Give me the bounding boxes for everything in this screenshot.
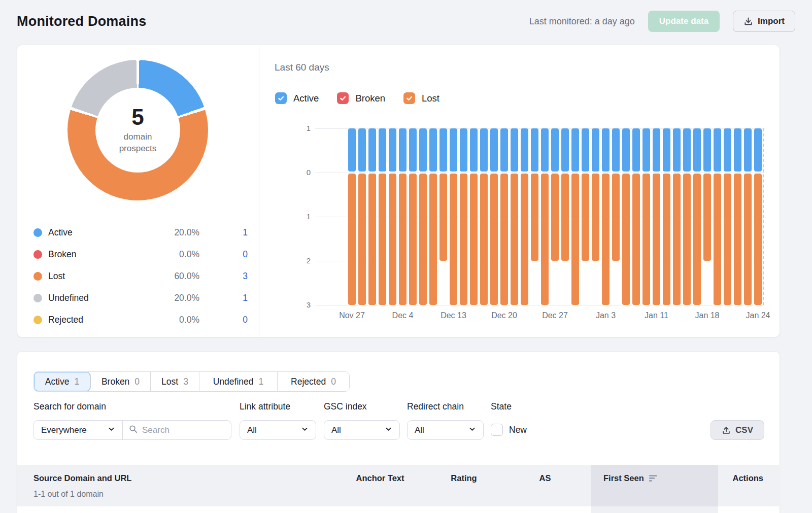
bar-day[interactable] bbox=[348, 128, 356, 305]
active-count-link[interactable]: 1 bbox=[199, 227, 248, 238]
bar-day[interactable] bbox=[500, 128, 508, 305]
bar-lost-segment bbox=[571, 174, 579, 305]
bar-lost-segment bbox=[439, 174, 447, 261]
trend-legend-lost[interactable]: Lost bbox=[403, 92, 439, 104]
bar-day[interactable] bbox=[754, 128, 762, 305]
bar-active-segment bbox=[358, 128, 366, 172]
bar-active-segment bbox=[439, 128, 447, 172]
x-tick-label: Jan 24 bbox=[746, 311, 770, 320]
bar-active-segment bbox=[379, 128, 386, 172]
bar-day[interactable] bbox=[399, 128, 407, 305]
donut-center: 5 domain prospects bbox=[67, 60, 208, 200]
tab-lost[interactable]: Lost3 bbox=[151, 372, 199, 391]
bar-day[interactable] bbox=[582, 128, 589, 305]
bar-active-segment bbox=[399, 128, 407, 172]
tab-rejected[interactable]: Rejected0 bbox=[278, 372, 349, 391]
bar-lost-segment bbox=[561, 174, 569, 261]
bar-active-segment bbox=[632, 128, 640, 172]
export-csv-button[interactable]: CSV bbox=[710, 420, 764, 440]
undefined-count-link[interactable]: 1 bbox=[199, 293, 248, 303]
bar-active-segment bbox=[703, 128, 711, 172]
donut-total-value: 5 bbox=[131, 106, 144, 129]
bar-day[interactable] bbox=[724, 128, 731, 305]
search-input[interactable] bbox=[142, 425, 218, 435]
last-monitored-text: Last monitored: a day ago bbox=[529, 16, 635, 27]
col-anchor-text: Anchor Text bbox=[356, 473, 404, 483]
bar-day[interactable] bbox=[561, 128, 569, 305]
bar-day[interactable] bbox=[551, 128, 559, 305]
bar-day[interactable] bbox=[571, 128, 579, 305]
bar-day[interactable] bbox=[642, 128, 650, 305]
bar-day[interactable] bbox=[703, 128, 711, 305]
bar-active-segment bbox=[551, 128, 559, 172]
bar-lost-segment bbox=[622, 174, 630, 305]
gsc-index-select[interactable]: All bbox=[324, 420, 400, 440]
bar-day[interactable] bbox=[592, 128, 599, 305]
broken-checkbox-icon[interactable] bbox=[337, 92, 349, 104]
bar-active-segment bbox=[450, 128, 457, 172]
bar-day[interactable] bbox=[511, 128, 518, 305]
bar-day[interactable] bbox=[673, 128, 681, 305]
x-tick-label: Dec 20 bbox=[491, 311, 517, 320]
trend-legend-active[interactable]: Active bbox=[275, 92, 319, 104]
bar-day[interactable] bbox=[470, 128, 478, 305]
tab-undefined[interactable]: Undefined1 bbox=[199, 372, 278, 391]
bar-day[interactable] bbox=[541, 128, 549, 305]
legend-row-rejected: Rejected 0.0% 0 bbox=[33, 309, 248, 331]
tab-broken[interactable]: Broken0 bbox=[91, 372, 151, 391]
bar-day[interactable] bbox=[744, 128, 752, 305]
checkbox-unchecked-icon[interactable] bbox=[491, 424, 503, 436]
trend-legend-broken[interactable]: Broken bbox=[337, 92, 385, 104]
bar-day[interactable] bbox=[490, 128, 498, 305]
tab-active[interactable]: Active1 bbox=[34, 372, 91, 391]
chevron-down-icon bbox=[385, 425, 392, 435]
y-tick-label: 1 bbox=[291, 212, 311, 221]
bar-day[interactable] bbox=[379, 128, 386, 305]
bar-day[interactable] bbox=[368, 128, 376, 305]
lost-checkbox-icon[interactable] bbox=[403, 92, 415, 104]
bar-day[interactable] bbox=[480, 128, 488, 305]
bar-day[interactable] bbox=[358, 128, 366, 305]
bar-day[interactable] bbox=[450, 128, 457, 305]
bar-day[interactable] bbox=[714, 128, 721, 305]
bar-day[interactable] bbox=[429, 128, 437, 305]
bar-day[interactable] bbox=[460, 128, 467, 305]
gridline bbox=[315, 305, 765, 305]
bar-day[interactable] bbox=[409, 128, 417, 305]
bar-day[interactable] bbox=[612, 128, 620, 305]
link-attribute-select[interactable]: All bbox=[240, 420, 316, 440]
bar-lost-segment bbox=[642, 174, 650, 305]
bar-day[interactable] bbox=[602, 128, 610, 305]
active-checkbox-icon[interactable] bbox=[275, 92, 287, 104]
bar-day[interactable] bbox=[521, 128, 528, 305]
search-scope-dropdown[interactable]: Everywhere bbox=[34, 421, 123, 439]
x-tick-label: Nov 27 bbox=[339, 311, 365, 320]
bar-day[interactable] bbox=[419, 128, 427, 305]
import-button[interactable]: Import bbox=[733, 11, 795, 32]
col-as[interactable]: AS bbox=[539, 473, 551, 483]
state-new-checkbox[interactable]: New bbox=[491, 424, 527, 436]
broken-count-link[interactable]: 0 bbox=[199, 249, 248, 260]
lost-count-link[interactable]: 3 bbox=[199, 271, 248, 282]
bar-lost-segment bbox=[500, 174, 508, 305]
bar-day[interactable] bbox=[439, 128, 447, 305]
bar-day[interactable] bbox=[531, 128, 538, 305]
bar-active-segment bbox=[419, 128, 427, 172]
update-data-button[interactable]: Update data bbox=[648, 11, 720, 32]
bar-day[interactable] bbox=[693, 128, 701, 305]
redirect-chain-select[interactable]: All bbox=[407, 420, 484, 440]
bar-day[interactable] bbox=[683, 128, 691, 305]
results-count: 1-1 out of 1 domain bbox=[33, 490, 104, 499]
x-axis-labels: Nov 27Dec 4Dec 13Dec 20Dec 27Jan 3Jan 11… bbox=[348, 311, 762, 323]
bar-day[interactable] bbox=[622, 128, 630, 305]
col-rating[interactable]: Rating bbox=[451, 473, 477, 483]
bar-active-segment bbox=[612, 128, 620, 172]
bar-day[interactable] bbox=[663, 128, 670, 305]
bar-day[interactable] bbox=[389, 128, 396, 305]
bar-day[interactable] bbox=[734, 128, 741, 305]
bar-day[interactable] bbox=[653, 128, 660, 305]
bar-day[interactable] bbox=[632, 128, 640, 305]
rejected-count-link[interactable]: 0 bbox=[199, 315, 248, 325]
col-first-seen[interactable]: First Seen bbox=[603, 473, 657, 483]
bar-active-segment bbox=[683, 128, 691, 172]
